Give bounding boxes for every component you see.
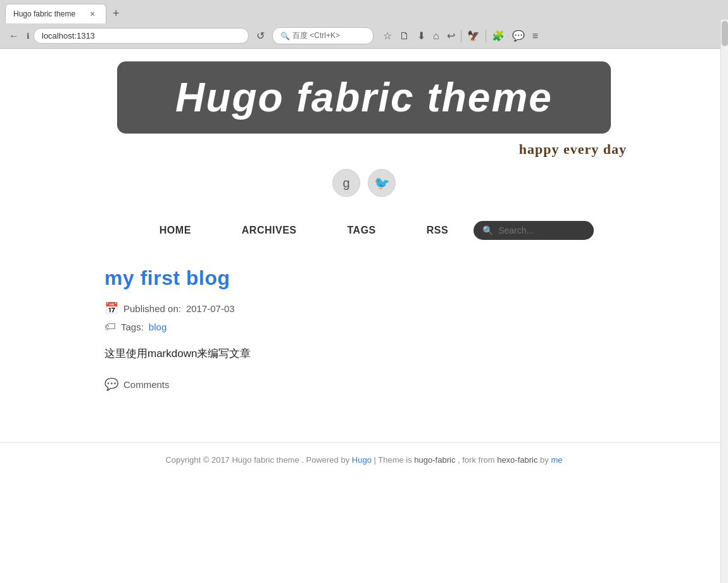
google-icon[interactable]: g [332,169,360,197]
divider2 [486,30,486,42]
tab-title: Hugo fabric theme [13,9,82,18]
back-button[interactable]: ← [5,28,23,44]
tab-close-button[interactable]: × [87,8,98,20]
comments-label[interactable]: Comments [123,379,170,390]
search-bar-placeholder: 百度 <Ctrl+K> [292,30,340,41]
scrollbar-thumb[interactable] [722,21,728,46]
bookmark-button[interactable]: ☆ [380,27,395,44]
twitter-icon[interactable]: 🐦 [368,169,396,197]
search-bar[interactable]: 🔍 百度 <Ctrl+K> [272,27,373,44]
published-line: 📅 Published on: 2017-07-03 [104,301,624,315]
nav-home[interactable]: HOME [134,220,217,241]
site-subtitle: happy every day [519,141,627,158]
published-date: 2017-07-03 [186,303,235,314]
tags-line: 🏷 Tags: blog [104,320,624,334]
main-content: my first blog 📅 Published on: 2017-07-03… [79,254,649,417]
post-meta: 📅 Published on: 2017-07-03 🏷 Tags: blog [104,301,624,334]
footer-by-text: by [540,455,549,465]
social-icons: g 🐦 [332,169,396,197]
nav-search-box[interactable]: 🔍 [474,221,594,240]
puzzle-button[interactable]: 🧩 [489,27,508,44]
site-header: Hugo fabric theme happy every day g 🐦 [0,49,728,213]
nav-search-icon: 🔍 [482,225,493,235]
history-back-button[interactable]: ↩ [444,27,458,44]
footer-me-link[interactable]: me [551,455,562,465]
search-icon: 🔍 [280,32,290,41]
tag-blog[interactable]: blog [149,322,166,332]
nav-archives[interactable]: ARCHIVES [217,220,322,241]
address-input[interactable] [34,28,249,44]
site-title: Hugo fabric theme [175,74,553,121]
menu-button[interactable]: ≡ [529,28,541,44]
google-icon-label: g [342,176,349,191]
download-button[interactable]: ⬇ [414,27,429,44]
extensions-button[interactable]: 🦅 [464,27,483,44]
nav-search-input[interactable] [498,225,581,235]
nav-tags[interactable]: TAGS [322,220,401,241]
site-footer: Copyright © 2017 Hugo fabric theme . Pow… [0,442,728,477]
info-icon: ℹ [27,32,30,41]
tags-label: Tags: [121,322,144,332]
footer-copyright: Copyright © 2017 Hugo fabric theme . Pow… [165,455,349,465]
browser-chrome: Hugo fabric theme × + ← ℹ ↺ 🔍 百度 <Ctrl+K… [0,0,728,49]
divider [461,30,461,42]
tab-bar: Hugo fabric theme × + [0,0,728,23]
refresh-button[interactable]: ↺ [253,27,268,44]
reader-button[interactable]: 🗋 [396,28,413,44]
toolbar-icons: ☆ 🗋 ⬇ ⌂ ↩ 🦅 🧩 💬 ≡ [380,27,541,44]
scrollbar-track[interactable] [720,20,728,477]
tag-icon: 🏷 [104,320,116,334]
footer-theme-link[interactable]: hugo-fabric [414,455,455,465]
twitter-icon-label: 🐦 [374,175,390,191]
new-tab-button[interactable]: + [109,6,123,22]
site-title-box: Hugo fabric theme [117,61,611,134]
footer-fork-text: , fork from [458,455,495,465]
calendar-icon: 📅 [104,301,118,315]
comments-line: 💬 Comments [104,377,624,391]
nav-rss[interactable]: RSS [401,220,474,241]
page-content: Hugo fabric theme happy every day g 🐦 HO… [0,49,728,477]
address-bar: ← ℹ ↺ 🔍 百度 <Ctrl+K> ☆ 🗋 ⬇ ⌂ ↩ 🦅 🧩 💬 ≡ [0,23,728,48]
active-tab[interactable]: Hugo fabric theme × [5,4,106,23]
home-button[interactable]: ⌂ [430,28,442,44]
post-body: 这里使用markdown来编写文章 [104,345,624,362]
post-title[interactable]: my first blog [104,266,624,290]
footer-separator: | Theme is [374,455,412,465]
published-label: Published on: [123,303,181,314]
site-nav: HOME ARCHIVES TAGS RSS 🔍 [0,213,728,248]
comments-icon: 💬 [104,377,118,391]
comment-button[interactable]: 💬 [509,27,528,44]
footer-hugo-link[interactable]: Hugo [352,455,372,465]
footer-hexo-link[interactable]: hexo-fabric [497,455,537,465]
